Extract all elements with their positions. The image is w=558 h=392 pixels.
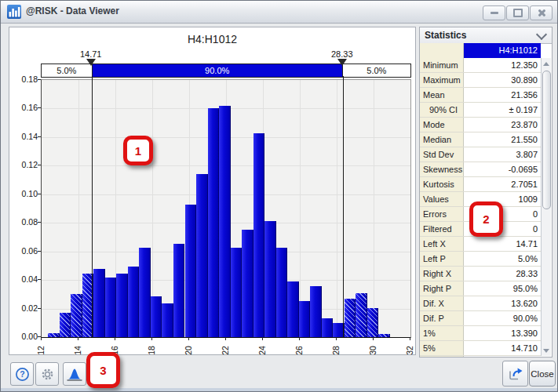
stat-label-cell: 1% — [420, 326, 464, 340]
window-bottom-strip — [1, 388, 557, 391]
stat-value-cell: 21.550 — [464, 132, 541, 147]
stat-value: 5.0% — [518, 254, 538, 263]
stat-label-cell: Dif. P — [420, 311, 464, 325]
x-axis-tick-label: 28 — [328, 343, 344, 358]
settings-button[interactable] — [35, 362, 59, 386]
stat-value-cell: 13.620 — [464, 296, 541, 310]
x-axis-tick-label: 22 — [217, 343, 233, 358]
stat-value-cell: 30.890 — [464, 73, 541, 87]
histogram-bar — [299, 301, 311, 337]
chart-panel: H4:H1012 5.0% 90.0% 5.0% 0.000.020.040.0… — [9, 27, 416, 355]
maximize-icon — [513, 9, 523, 17]
minimize-icon — [491, 12, 498, 14]
delimiter-line-left[interactable] — [92, 76, 93, 337]
maximize-button[interactable] — [506, 5, 529, 20]
stat-value: 23.870 — [511, 120, 538, 129]
stat-label-cell: Mode — [420, 118, 464, 132]
y-axis-tick — [38, 107, 41, 108]
histogram-bar — [253, 133, 265, 337]
stats-row: 90% CI± 0.197 — [420, 103, 541, 118]
stat-value: 90.0% — [513, 314, 538, 323]
stat-label-cell: Left P — [420, 252, 464, 266]
histogram-bar — [105, 278, 117, 337]
stat-label: Kurtosis — [423, 180, 454, 189]
y-axis-tick-label: 0.16 — [11, 103, 38, 112]
help-button[interactable]: ? — [10, 362, 34, 386]
close-button-label: Close — [531, 369, 553, 379]
scroll-down-button[interactable] — [542, 345, 551, 356]
histogram-bar — [287, 281, 299, 337]
statistics-panel-header[interactable]: Statistics — [420, 27, 552, 44]
stat-value: 21.356 — [511, 90, 538, 100]
export-button[interactable] — [502, 361, 528, 387]
y-axis-tick-label: 0.12 — [11, 160, 38, 169]
stats-scrollbar[interactable] — [541, 58, 551, 356]
close-window-button[interactable] — [530, 5, 553, 20]
stat-label: Right X — [423, 269, 451, 278]
callout-1-number: 1 — [135, 144, 141, 158]
delimiter-value-right: 28.33 — [325, 49, 359, 59]
app-bar-chart-icon — [7, 5, 21, 19]
delimiter-value-left: 14.71 — [74, 49, 108, 59]
stats-row: 5%14.710 — [420, 341, 541, 356]
histogram-bar — [356, 293, 367, 337]
stat-value: 3.807 — [516, 150, 538, 159]
arrow-down-icon — [543, 349, 549, 353]
chevron-down-icon[interactable] — [536, 29, 547, 40]
stat-value-cell: -0.0695 — [464, 162, 541, 176]
x-axis-tick-label: 24 — [254, 343, 270, 358]
stat-label: 5% — [423, 343, 436, 353]
y-axis-tick-label: 0.18 — [11, 74, 38, 84]
stat-value-cell: 5.0% — [464, 252, 541, 266]
stat-value: ± 0.197 — [509, 105, 538, 114]
stat-label: Maximum — [423, 75, 461, 85]
stat-label: Skewness — [423, 165, 462, 174]
stat-label: Filtered — [423, 224, 452, 234]
stats-row: Skewness-0.0695 — [420, 162, 541, 177]
title-bar[interactable]: @RISK - Data Viewer — [1, 1, 557, 24]
scroll-up-button[interactable] — [542, 58, 551, 69]
stat-label: Left P — [423, 254, 446, 263]
histogram-bar — [71, 294, 82, 337]
callout-3-number: 3 — [100, 364, 106, 377]
delimiter-marker-left[interactable] — [86, 59, 96, 66]
stat-label-cell: Std Dev — [420, 147, 464, 162]
y-axis-tick-label: 0.04 — [11, 274, 38, 284]
stats-row: Mode23.870 — [420, 118, 541, 132]
stat-label-cell: Skewness — [420, 162, 464, 176]
minimize-button[interactable] — [483, 5, 505, 20]
scrollbar-thumb[interactable] — [542, 71, 551, 209]
histogram-bar — [264, 221, 276, 337]
close-button[interactable]: Close — [529, 361, 556, 387]
gridline-vertical — [374, 80, 374, 337]
histogram-bar — [231, 248, 243, 337]
stat-label-cell: Values — [420, 192, 464, 206]
x-axis-tick — [410, 337, 410, 340]
x-axis-tick — [262, 337, 263, 340]
histogram-bar — [219, 106, 231, 337]
stat-label: Right P — [423, 284, 451, 293]
distribution-chart-button[interactable] — [63, 362, 86, 386]
histogram-bar — [151, 296, 162, 337]
stats-column-header-row: H4:H1012 — [420, 43, 541, 59]
stat-label: 90% CI — [429, 105, 458, 114]
stats-row: Dif. P90.0% — [420, 311, 541, 326]
x-axis-tick-label: 14 — [70, 343, 86, 358]
stats-row: Left P5.0% — [420, 252, 541, 267]
stat-value: 12.350 — [511, 60, 538, 70]
stat-value-cell: 90.0% — [464, 311, 541, 325]
y-axis-tick-label: 0.14 — [11, 132, 38, 141]
callout-badge-3: 3 — [86, 352, 120, 388]
stats-row: Median21.550 — [420, 132, 541, 147]
stats-row: 10%15.960 — [420, 356, 541, 358]
histogram-bar — [185, 205, 197, 337]
delimiter-line-right[interactable] — [343, 76, 344, 337]
histogram-bar — [139, 248, 151, 337]
delimiter-marker-right[interactable] — [337, 59, 347, 66]
histogram-bar — [162, 303, 173, 337]
stat-label: Std Dev — [423, 150, 454, 159]
histogram-bar — [116, 274, 128, 337]
y-axis-tick-label: 0.10 — [11, 189, 38, 198]
x-axis-tick-label: 18 — [144, 343, 159, 358]
y-axis-tick-label: 0.08 — [11, 217, 38, 227]
